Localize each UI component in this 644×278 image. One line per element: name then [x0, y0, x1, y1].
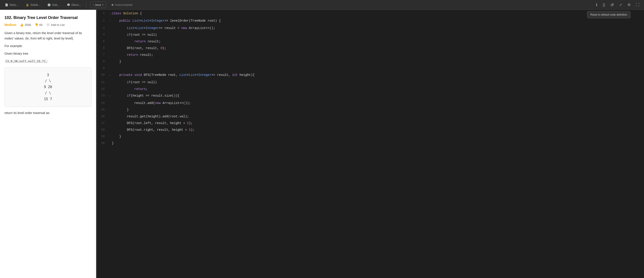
dislikes-button[interactable]: 👎 65: [35, 23, 42, 26]
code-line-content[interactable]: return;: [112, 85, 644, 92]
line-number: 12: [98, 85, 108, 92]
info-icon[interactable]: ℹ: [595, 2, 598, 8]
likes-button[interactable]: 👍 2506: [20, 23, 31, 26]
fold-arrow-icon: [108, 85, 112, 87]
line-number: 13: [98, 92, 108, 99]
table-row: 9: [98, 65, 644, 71]
code-line-content[interactable]: }: [112, 58, 644, 65]
fold-arrow-icon: [108, 113, 112, 114]
fold-arrow-icon[interactable]: ▾: [108, 10, 112, 17]
code-line-content[interactable]: return result;: [112, 38, 644, 45]
expand-icon[interactable]: ⤢: [618, 2, 623, 8]
code-line-content[interactable]: DFS(root.left, result, height + 1);: [112, 120, 644, 126]
code-line-content[interactable]: if(root == null): [112, 31, 644, 38]
table-row: 6 DFS(root, result, 0);: [98, 45, 644, 51]
fold-arrow-icon: [108, 24, 112, 26]
tab-solution[interactable]: 🔒 Soluti...: [22, 2, 43, 8]
fold-arrow-icon[interactable]: ▾: [108, 71, 112, 79]
table-row: 3 List<List<Integer>> result = new Array…: [98, 24, 644, 31]
fold-arrow-icon: [108, 38, 112, 39]
table-row: 2▾ public List<List<Integer>> levelOrder…: [98, 17, 644, 24]
code-editor[interactable]: 1▾class Solution {2▾ public List<List<In…: [98, 10, 644, 278]
table-row: 7 return result;: [98, 51, 644, 58]
line-number: 18: [98, 126, 108, 133]
code-line-content[interactable]: }: [112, 140, 644, 146]
tree-diagram: 3 / \ 9 20 / \ 15 7: [4, 67, 92, 107]
autocomplete-label: Autocomplete: [115, 3, 132, 6]
line-number: 3: [98, 24, 108, 31]
thumbs-down-icon: 👎: [35, 23, 38, 26]
code-panel: 1▾class Solution {2▾ public List<List<In…: [98, 10, 644, 278]
lang-icon: i: [93, 3, 94, 6]
fold-arrow-icon: [108, 120, 112, 121]
line-number: 10: [98, 71, 108, 78]
line-number: 7: [98, 51, 108, 58]
code-line-content[interactable]: class Solution {: [112, 10, 644, 16]
line-number: 6: [98, 45, 108, 51]
line-number: 9: [98, 65, 108, 71]
code-line-content[interactable]: }: [112, 106, 644, 113]
table-row: 10▾ private void DFS(TreeNode root, List…: [98, 71, 644, 79]
fold-arrow-icon: [108, 58, 112, 59]
code-line-content[interactable]: [112, 65, 644, 65]
fold-arrow-icon: [108, 100, 112, 101]
fold-arrow-icon: [108, 126, 112, 128]
reset-icon[interactable]: ↺: [610, 1, 615, 8]
reset-tooltip: Reset to default code definition: [587, 11, 630, 18]
code-line-content[interactable]: DFS(root, result, 0);: [112, 45, 644, 51]
table-row: 17 DFS(root.left, result, height + 1);: [98, 120, 644, 126]
code-line-content[interactable]: List<List<Integer>> result = new ArrayLi…: [112, 24, 644, 31]
braces-icon[interactable]: {}: [602, 2, 606, 8]
fold-arrow-icon: [108, 140, 112, 141]
line-number: 1: [98, 10, 108, 16]
line-number: 5: [98, 38, 108, 45]
table-row: 18 DFS(root.right, result, height + 1);: [98, 126, 644, 133]
table-row: 19 }: [98, 133, 644, 140]
tab-discuss[interactable]: 💬 Discu...: [64, 2, 84, 8]
table-row: 5 return result;: [98, 38, 644, 45]
fold-arrow-icon: [108, 45, 112, 46]
code-line-content[interactable]: private void DFS(TreeNode root, List<Lis…: [112, 71, 644, 78]
fullscreen-icon[interactable]: ⛶: [635, 2, 640, 8]
tab-description[interactable]: 📄 Desc...: [2, 2, 22, 8]
line-number: 15: [98, 106, 108, 113]
tab-bar: 📄 Desc... 🔒 Soluti... 🕐 Sub... 💬 Discu..…: [0, 0, 644, 10]
code-line-content[interactable]: }: [112, 133, 644, 140]
code-line-content[interactable]: result.add(new ArrayList<>());: [112, 100, 644, 106]
code-line-content[interactable]: DFS(root.right, result, height + 1);: [112, 126, 644, 133]
chevron-down-icon: ▾: [102, 3, 103, 6]
tab-submission[interactable]: 🕐 Sub...: [44, 2, 63, 8]
toolbar-right: ℹ {} ↺ ⤢ ⚙ ⛶: [595, 1, 642, 8]
code-line-content[interactable]: return result;: [112, 51, 644, 58]
autocomplete-dot-icon: [112, 4, 113, 6]
heart-icon: 🤍: [46, 23, 50, 26]
language-selector[interactable]: i Java ▾: [90, 1, 106, 8]
add-to-list-button[interactable]: 🤍 Add to List: [46, 23, 64, 26]
difficulty-badge: Medium: [4, 23, 16, 26]
table-row: 20}: [98, 140, 644, 146]
thumbs-up-icon: 👍: [20, 23, 24, 26]
line-number: 14: [98, 100, 108, 106]
fold-arrow-icon[interactable]: ▾: [108, 92, 112, 100]
line-number: 16: [98, 113, 108, 120]
code-line-content[interactable]: public List<List<Integer>> levelOrder(Tr…: [112, 17, 644, 24]
chat-icon: 💬: [67, 3, 70, 6]
problem-meta: Medium 👍 2506 👎 65 🤍 Add to List: [4, 23, 92, 26]
line-number: 11: [98, 79, 108, 85]
autocomplete-toggle[interactable]: Autocomplete: [109, 2, 135, 8]
clock-icon: 🕐: [48, 3, 51, 6]
line-number: 2: [98, 17, 108, 24]
fold-arrow-icon: [108, 106, 112, 107]
fold-arrow-icon: [108, 133, 112, 134]
problem-title: 102. Binary Tree Level Order Traversal: [4, 15, 92, 20]
lock-icon: 🔒: [26, 3, 29, 6]
fold-arrow-icon[interactable]: ▾: [108, 17, 112, 24]
settings-icon[interactable]: ⚙: [626, 2, 632, 8]
line-number: 8: [98, 58, 108, 65]
code-line-content[interactable]: result.get(height).add(root.val);: [112, 113, 644, 120]
table-row: 1▾class Solution {: [98, 10, 644, 17]
code-line-content[interactable]: if(height >= result.size()){: [112, 92, 644, 99]
table-row: 13▾ if(height >= result.size()){: [98, 92, 644, 100]
table-row: 14 result.add(new ArrayList<>());: [98, 100, 644, 106]
code-line-content[interactable]: if(root == null): [112, 79, 644, 85]
